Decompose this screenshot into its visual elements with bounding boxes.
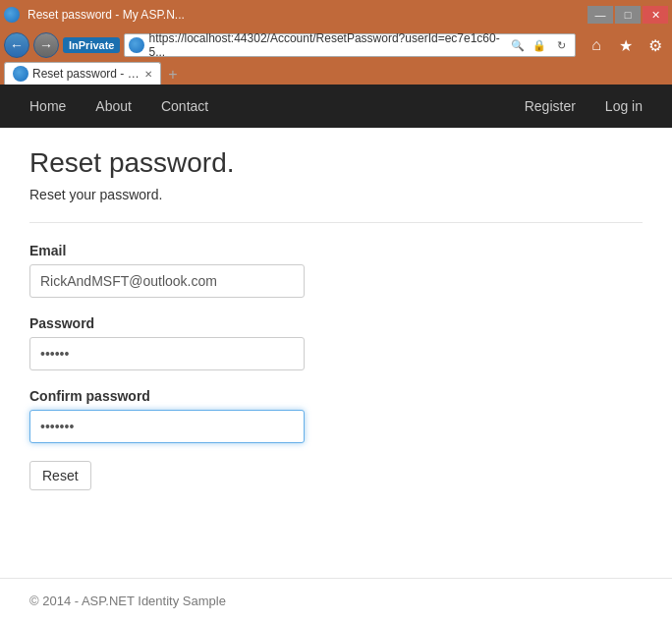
page-title: Reset password. xyxy=(29,147,643,179)
nav-links-left: Home About Contact xyxy=(15,86,223,126)
title-bar-favicon xyxy=(4,7,20,23)
page-subtitle: Reset your password. xyxy=(29,187,643,202)
site-footer: © 2014 - ASP.NET Identity Sample xyxy=(0,578,672,623)
email-group: Email xyxy=(29,243,643,298)
refresh-icon[interactable]: ↻ xyxy=(551,35,571,55)
browser-toolbar: ← → InPrivate https://localhost:44302/Ac… xyxy=(0,29,672,85)
address-bar[interactable]: https://localhost:44302/Account/ResetPas… xyxy=(124,33,576,57)
inprivate-badge: InPrivate xyxy=(63,37,120,53)
site-navbar: Home About Contact Register Log in xyxy=(0,85,672,128)
page-content: Reset password. Reset your password. Ema… xyxy=(0,128,672,568)
toolbar-right: ⌂ ★ ⚙ xyxy=(584,32,668,58)
nav-contact[interactable]: Contact xyxy=(146,86,223,126)
close-button[interactable]: ✕ xyxy=(643,6,668,24)
tabs-row: Reset password - My ASP.N... ✕ + xyxy=(4,60,668,85)
title-bar-title: Reset password - My ASP.N... xyxy=(28,8,185,22)
browser-window: Reset password - My ASP.N... — □ ✕ ← → I… xyxy=(0,0,672,623)
divider xyxy=(29,222,643,223)
footer-text: © 2014 - ASP.NET Identity Sample xyxy=(29,594,226,608)
tab-label: Reset password - My ASP.N... xyxy=(32,67,140,81)
settings-icon[interactable]: ⚙ xyxy=(643,32,668,58)
browser-content: Home About Contact Register Log in Reset… xyxy=(0,85,672,623)
email-input[interactable] xyxy=(29,264,305,298)
new-tab-button[interactable]: + xyxy=(163,65,183,85)
title-bar-left: Reset password - My ASP.N... xyxy=(4,7,185,23)
back-button[interactable]: ← xyxy=(4,32,29,58)
confirm-label: Confirm password xyxy=(29,388,643,404)
nav-about[interactable]: About xyxy=(81,86,146,126)
active-tab[interactable]: Reset password - My ASP.N... ✕ xyxy=(4,62,161,85)
address-text: https://localhost:44302/Account/ResetPas… xyxy=(148,31,504,59)
tab-favicon xyxy=(13,66,28,82)
email-label: Email xyxy=(29,243,643,258)
search-icon[interactable]: 🔍 xyxy=(508,35,528,55)
reset-button[interactable]: Reset xyxy=(29,461,91,490)
password-label: Password xyxy=(29,315,643,331)
tab-close-button[interactable]: ✕ xyxy=(144,69,152,80)
nav-register[interactable]: Register xyxy=(510,86,590,126)
password-group: Password xyxy=(29,315,643,370)
nav-login[interactable]: Log in xyxy=(590,86,657,126)
confirm-password-input[interactable] xyxy=(29,410,305,443)
lock-icon: 🔒 xyxy=(530,35,549,55)
nav-home[interactable]: Home xyxy=(15,86,81,126)
minimize-button[interactable]: — xyxy=(588,6,613,24)
home-icon[interactable]: ⌂ xyxy=(584,32,609,58)
forward-button[interactable]: → xyxy=(33,32,59,58)
password-input[interactable] xyxy=(29,337,305,370)
title-bar: Reset password - My ASP.N... — □ ✕ xyxy=(0,0,672,29)
nav-links-right: Register Log in xyxy=(510,86,657,126)
submit-group: Reset xyxy=(29,461,643,490)
favorites-icon[interactable]: ★ xyxy=(613,32,639,58)
confirm-group: Confirm password xyxy=(29,388,643,443)
nav-row: ← → InPrivate https://localhost:44302/Ac… xyxy=(4,32,668,58)
address-controls: 🔍 🔒 ↻ xyxy=(508,35,571,55)
title-bar-controls: — □ ✕ xyxy=(588,6,668,24)
address-favicon xyxy=(129,37,144,53)
maximize-button[interactable]: □ xyxy=(615,6,641,24)
